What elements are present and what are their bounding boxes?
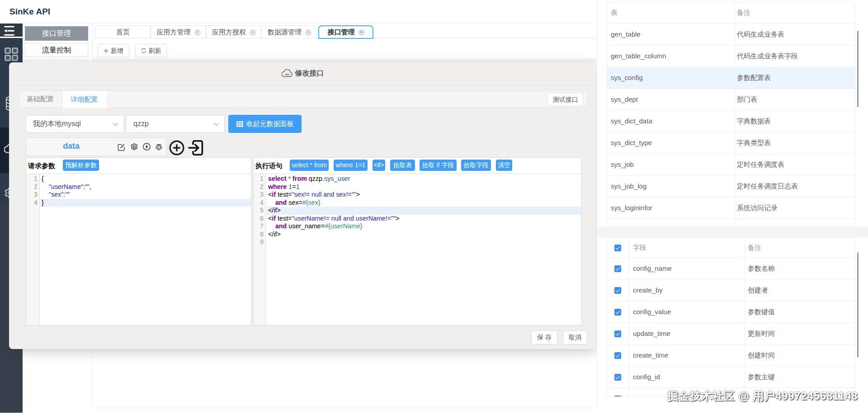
svg-text:API: API (284, 73, 289, 76)
